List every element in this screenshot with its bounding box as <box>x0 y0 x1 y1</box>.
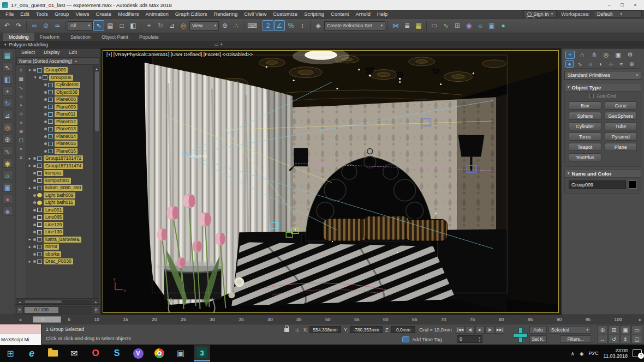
object-name[interactable]: Plane016 <box>55 148 77 154</box>
playback-button[interactable]: |◀◀ <box>456 326 465 334</box>
primitive-button[interactable]: Cylinder <box>569 122 601 130</box>
tree-row[interactable]: Plane016 <box>26 148 93 155</box>
object-color-swatch[interactable] <box>629 180 637 189</box>
vray-helper-label[interactable]: VRayPlur <box>189 154 208 159</box>
angle-snap-icon[interactable]: ∠ <box>274 20 285 31</box>
file-explorer-icon[interactable] <box>45 345 61 361</box>
select-and-link-icon[interactable]: ∞ <box>29 20 40 31</box>
frame-spinner[interactable]: 0 ▴▾ <box>457 335 482 343</box>
selection-filter-dropdown[interactable]: All ▾ <box>68 21 93 31</box>
display-filter-icon[interactable]: ⊛ <box>17 128 25 135</box>
taskbar-clock[interactable]: 23:00 11.03.2018 <box>604 348 628 359</box>
object-name[interactable]: Group009 <box>44 67 68 73</box>
select-and-scale-icon[interactable]: ⊿ <box>166 20 177 31</box>
zoom-extents-icon[interactable]: ▣ <box>620 325 631 334</box>
undo-icon[interactable]: ↶ <box>2 20 13 31</box>
object-name[interactable]: Plane015 <box>55 141 77 147</box>
time-slider-handle[interactable]: 0 / 100 <box>25 307 58 313</box>
menu-item[interactable]: Views <box>72 10 92 17</box>
object-name[interactable]: Group187101474 <box>44 163 83 169</box>
object-name[interactable]: Plane012 <box>55 119 77 125</box>
minimize-button[interactable]: – <box>603 2 616 8</box>
display-filter-icon[interactable]: ⊹ <box>17 111 25 117</box>
window-crossing-icon[interactable]: ◧ <box>128 20 139 31</box>
render-setup-icon[interactable]: ☼ <box>475 20 486 31</box>
action-center-icon[interactable]: 7 <box>633 349 642 357</box>
set-key-button[interactable]: Set K. <box>529 335 547 343</box>
menu-item[interactable]: Edit <box>17 10 32 17</box>
display-filter-icon[interactable]: ◗ <box>17 102 25 108</box>
orbit-icon[interactable]: ↺ <box>609 335 619 343</box>
shapes-category-icon[interactable]: ∿ <box>576 60 584 68</box>
object-name[interactable]: kompoz001 <box>44 178 71 184</box>
tree-expand-arrow[interactable]: ▸ <box>27 164 32 168</box>
display-filter-icon[interactable]: ≈ <box>17 119 25 126</box>
display-filter-icon[interactable]: × <box>17 146 25 152</box>
create-tab-icon[interactable]: + <box>565 51 575 59</box>
maximize-viewport-icon[interactable]: ◱ <box>631 335 642 343</box>
tree-row[interactable]: ▸ Group187101472 <box>26 155 93 162</box>
tree-row[interactable]: ▾ Group009 <box>26 67 93 74</box>
select-and-move-icon[interactable]: + <box>144 20 154 31</box>
object-name[interactable]: mirror <box>44 244 59 250</box>
menu-item[interactable]: Animation <box>142 10 172 17</box>
docked-toolbar-icon[interactable]: ◎ <box>2 123 13 132</box>
playback-button[interactable]: ▶▶| <box>495 326 504 334</box>
scrollbar-thumb[interactable] <box>95 71 99 131</box>
spinner-snap-icon[interactable]: ↕ <box>297 20 308 31</box>
object-name[interactable]: Plane014 <box>55 134 77 140</box>
menu-item[interactable]: Civil View <box>241 10 270 17</box>
display-tab-icon[interactable]: ▣ <box>613 51 623 59</box>
dolly-icon[interactable]: ⇕ <box>620 335 631 343</box>
tree-row[interactable]: Plane015 <box>26 140 93 148</box>
lights-category-icon[interactable]: ☼ <box>586 60 594 68</box>
menu-item[interactable]: Help <box>374 10 391 17</box>
scroll-up-icon[interactable]: ▴ <box>94 65 99 71</box>
motion-tab-icon[interactable]: ◎ <box>601 51 611 59</box>
scrollbar-track[interactable] <box>24 300 92 304</box>
tree-row[interactable]: Line001 <box>26 207 93 214</box>
select-by-name-icon[interactable]: ▤ <box>105 20 116 31</box>
next-frame-button[interactable]: ▸ <box>93 306 99 313</box>
viewport[interactable]: VRayPlur Y x [+] [VRayPhysicalCamera01] … <box>101 49 561 315</box>
rectangular-selection-region-icon[interactable]: □ <box>116 20 127 31</box>
ribbon-tab[interactable]: Selection <box>65 33 96 41</box>
docked-toolbar-icon[interactable]: ☼ <box>2 171 13 180</box>
display-filter-icon[interactable]: ▢ <box>17 137 25 143</box>
redo-icon[interactable]: ↷ <box>13 20 24 31</box>
tree-row[interactable]: Plane006 <box>26 96 93 104</box>
tree-row[interactable]: Plane014 <box>26 133 93 141</box>
tree-row[interactable]: kompoz001 <box>26 177 93 185</box>
geometry-category-icon[interactable]: ● <box>565 60 574 68</box>
navigation-plus-icon[interactable] <box>512 327 527 342</box>
tree-expand-arrow[interactable]: ▸ <box>27 260 32 264</box>
menu-item[interactable]: Arnold <box>352 10 373 17</box>
menu-item[interactable]: Group <box>51 10 72 17</box>
name-column-header[interactable]: Name (Sorted Ascending) ▲ <box>16 57 99 65</box>
pan-icon[interactable]: ↔ <box>597 335 608 343</box>
tree-expand-arrow[interactable]: ▸ <box>27 156 32 161</box>
primitive-button[interactable]: Sphere <box>569 112 601 120</box>
primitive-button[interactable]: Teapot <box>569 143 601 151</box>
mail-icon[interactable]: ✉ <box>66 345 82 361</box>
primitive-button[interactable]: Plane <box>605 143 637 151</box>
object-name[interactable]: Plane011 <box>55 111 77 117</box>
object-name[interactable]: Line001 <box>44 207 63 213</box>
workspace-dropdown[interactable]: Default ▾ <box>594 10 642 17</box>
select-object-icon[interactable]: ↖ <box>93 20 104 31</box>
tree-row[interactable]: Plane013 <box>26 125 93 133</box>
y-coordinate-field[interactable]: -780,353mm <box>350 326 383 333</box>
primitive-button[interactable]: TextPlus <box>569 153 601 161</box>
opera-icon[interactable]: O <box>87 345 104 361</box>
tree-row[interactable]: oborka <box>26 251 93 258</box>
tree-row[interactable]: kompoz <box>26 170 93 177</box>
tree-row[interactable]: ▸ lustra_Barovier& <box>26 236 93 244</box>
primitive-button[interactable]: GeoSphere <box>605 112 637 120</box>
object-name[interactable]: Plane006 <box>55 96 77 102</box>
scrollbar-thumb[interactable] <box>25 300 62 303</box>
maxscript-macro-pane[interactable] <box>0 324 41 334</box>
display-filter-icon[interactable]: ▦ <box>17 76 25 82</box>
menu-item[interactable]: Modifiers <box>115 10 142 17</box>
render-production-icon[interactable]: ● <box>498 20 509 31</box>
tree-row[interactable]: Line065 <box>26 214 93 221</box>
